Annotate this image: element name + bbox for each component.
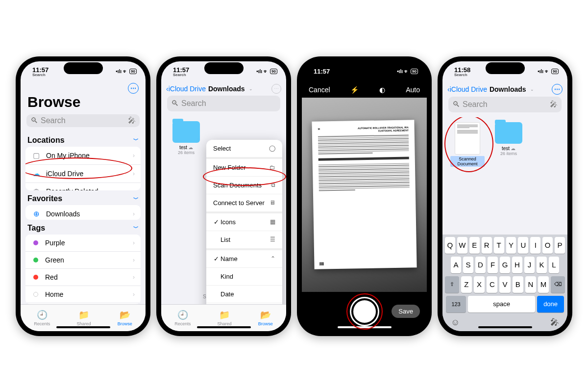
key-u[interactable]: U — [518, 237, 528, 254]
back-button[interactable]: ‹ iCloud Drive — [166, 85, 206, 93]
key-v[interactable]: V — [499, 276, 510, 293]
dictation-button[interactable]: 🎤︎ — [550, 317, 559, 328]
key-m[interactable]: M — [538, 276, 549, 293]
key-f[interactable]: F — [488, 257, 498, 273]
mic-icon[interactable]: 🎤︎ — [128, 116, 136, 125]
tab-shared[interactable]: 📁Shared — [76, 310, 91, 326]
server-icon: 🖥 — [270, 199, 275, 206]
favorite-downloads[interactable]: ⊕ Downloads › — [25, 205, 141, 219]
key-a[interactable]: A — [451, 257, 461, 273]
search-input[interactable]: 🔍︎ Search 🎤︎ — [448, 97, 562, 112]
key-space[interactable]: space — [468, 296, 535, 313]
back-button[interactable]: ‹ iCloud Drive — [447, 85, 487, 93]
scan-icon: ⧉ — [271, 182, 275, 188]
key-g[interactable]: G — [500, 257, 510, 273]
tab-browse[interactable]: 📂Browse — [258, 310, 273, 326]
key-p[interactable]: P — [555, 237, 565, 254]
more-button[interactable]: ⋯ — [128, 83, 139, 94]
key-done[interactable]: done — [537, 296, 564, 313]
key-l[interactable]: L — [549, 257, 559, 273]
location-recently-deleted[interactable]: 🗑 Recently Deleted › — [25, 183, 141, 191]
key-e[interactable]: E — [469, 237, 480, 254]
key-q[interactable]: Q — [445, 237, 455, 254]
tab-recents[interactable]: 🕘Recents — [34, 310, 50, 326]
grid-icon: ▦ — [270, 218, 275, 225]
key-h[interactable]: H — [512, 257, 522, 273]
tab-browse[interactable]: 📂Browse — [118, 310, 132, 326]
key-123[interactable]: 123 — [446, 296, 466, 313]
location-icloud-drive[interactable]: ☁ iCloud Drive › — [25, 165, 141, 183]
key-r[interactable]: R — [482, 237, 492, 254]
key-d[interactable]: D — [475, 257, 486, 273]
emoji-button[interactable]: ☺ — [451, 317, 460, 328]
key-k[interactable]: K — [537, 257, 547, 273]
cancel-button[interactable]: Cancel — [309, 86, 330, 94]
tab-shared[interactable]: 📁Shared — [217, 310, 231, 326]
search-icon: 🔍︎ — [171, 99, 179, 108]
clock-icon: 🕘 — [37, 310, 48, 320]
save-button[interactable]: Save — [392, 305, 420, 318]
chevron-down-icon[interactable]: ⌄ — [249, 86, 253, 91]
flash-icon[interactable]: ⚡ — [350, 86, 359, 94]
scanned-document-item[interactable]: Scanned Document — [450, 122, 485, 167]
home-indicator[interactable] — [56, 326, 110, 328]
list-icon: ☰ — [270, 236, 275, 243]
key-backspace[interactable]: ⌫ — [551, 276, 565, 293]
location-on-my-iphone[interactable]: ▢ On My iPhone › — [25, 147, 141, 165]
more-button[interactable]: ⋯ — [552, 84, 563, 95]
phone-scan-camera: 11:57 •ılıᯤ90 Cancel ⚡ ◐ Auto MAUTOMATIC… — [297, 56, 432, 336]
search-input[interactable]: 🔍︎ Search 🎤︎ — [26, 114, 140, 127]
more-button[interactable]: ⋯ — [271, 84, 281, 94]
key-s[interactable]: S — [463, 257, 473, 273]
folder-test[interactable]: test ☁ 26 items — [169, 121, 203, 155]
key-i[interactable]: I — [530, 237, 540, 254]
phone-rename-scanned: 11:58Search •ılıᯤ90 ‹ iCloud Drive Downl… — [438, 56, 572, 336]
home-indicator[interactable] — [478, 326, 532, 328]
home-indicator[interactable] — [338, 326, 392, 328]
menu-icons[interactable]: ✓Icons▦ — [206, 213, 282, 231]
menu-list[interactable]: List☰ — [206, 231, 282, 250]
filter-icon[interactable]: ◐ — [379, 86, 385, 94]
key-o[interactable]: O — [542, 237, 553, 254]
search-input[interactable]: 🔍︎ Search — [167, 96, 280, 111]
menu-size[interactable]: Size — [206, 303, 282, 304]
locations-header[interactable]: Locations﹀ — [21, 132, 146, 147]
chevron-down-icon[interactable]: ⌄ — [530, 87, 534, 92]
key-c[interactable]: C — [487, 276, 497, 293]
filename-input[interactable]: Scanned Document — [450, 156, 485, 167]
key-y[interactable]: Y — [506, 237, 516, 254]
tag-red[interactable]: Red› — [25, 269, 141, 286]
favorites-header[interactable]: Favorites﹀ — [21, 190, 146, 205]
auto-button[interactable]: Auto — [406, 86, 420, 94]
menu-connect-server[interactable]: Connect to Server🖥 — [206, 194, 282, 213]
cloud-icon: ☁ — [188, 145, 193, 150]
mic-icon[interactable]: 🎤︎ — [550, 100, 558, 109]
page-title: Browse — [21, 94, 146, 114]
key-shift[interactable]: ⇧ — [445, 276, 459, 293]
shutter-button[interactable] — [351, 298, 378, 325]
key-w[interactable]: W — [457, 237, 467, 254]
cloud-icon: ☁ — [511, 146, 515, 151]
key-j[interactable]: J — [524, 257, 535, 273]
key-t[interactable]: T — [494, 237, 504, 254]
menu-name[interactable]: ✓Name⌃ — [206, 250, 282, 268]
tab-recents[interactable]: 🕘Recents — [174, 310, 191, 326]
menu-new-folder[interactable]: New Folder🗀 — [206, 159, 282, 177]
nav-bar: ‹ iCloud Drive Downloads ⌄ ⋯ — [161, 82, 286, 96]
key-x[interactable]: X — [474, 276, 485, 293]
keyboard: Q W E R T Y U I O P A S D F G H J K L — [442, 235, 567, 331]
key-z[interactable]: Z — [461, 276, 472, 293]
tag-home[interactable]: Home› — [25, 286, 141, 303]
tag-purple[interactable]: Purple› — [25, 235, 141, 252]
home-indicator[interactable] — [197, 326, 251, 328]
menu-date[interactable]: Date — [206, 286, 282, 303]
key-n[interactable]: N — [525, 276, 536, 293]
menu-scan-documents[interactable]: Scan Documents⧉ — [206, 177, 282, 194]
tags-header[interactable]: Tags﹀ — [21, 220, 146, 235]
menu-kind[interactable]: Kind — [206, 268, 282, 286]
menu-select[interactable]: Select◯ — [206, 140, 282, 159]
download-icon: ⊕ — [31, 209, 41, 218]
key-b[interactable]: B — [513, 276, 523, 293]
folder-test[interactable]: test ☁ 26 items — [491, 122, 526, 167]
tag-green[interactable]: Green› — [25, 252, 141, 269]
